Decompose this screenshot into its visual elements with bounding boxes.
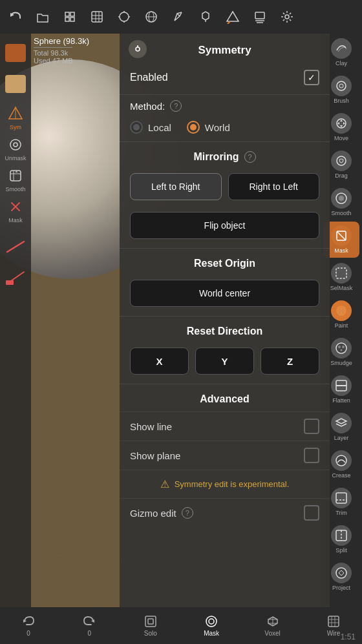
z-button[interactable]: Z — [261, 348, 319, 375]
method-label: Method: — [130, 101, 165, 112]
smudge-label: Smudge — [330, 360, 352, 366]
gizmo-help-icon[interactable]: ? — [182, 507, 193, 519]
svg-point-61 — [341, 349, 343, 351]
mirroring-section-header: Mirroring ? — [120, 141, 330, 171]
paint-label: Paint — [335, 322, 348, 329]
local-option[interactable]: Local — [130, 121, 171, 134]
settings-icon[interactable] — [277, 6, 297, 27]
svg-rect-56 — [336, 268, 346, 278]
voxel-label: Voxel — [264, 630, 280, 637]
gizmo-edit-label: Gizmo edit — [130, 508, 176, 519]
solo-label: Solo — [144, 630, 157, 637]
bottom-mask[interactable]: Mask — [196, 614, 227, 637]
enabled-row: Enabled — [120, 65, 330, 94]
bottom-undo[interactable]: 0 — [13, 614, 44, 637]
sym-tool[interactable]: Sym — [3, 103, 28, 132]
color-swatch-1[interactable] — [3, 39, 28, 67]
folder-icon[interactable] — [32, 6, 53, 27]
show-plane-checkbox[interactable] — [304, 448, 319, 463]
method-help-icon[interactable]: ? — [170, 100, 182, 112]
world-radio[interactable] — [187, 121, 200, 134]
sym-icon — [6, 105, 25, 123]
world-label: World — [205, 122, 230, 133]
svg-point-57 — [336, 306, 346, 316]
world-center-button[interactable]: World center — [130, 280, 319, 307]
move-label: Move — [334, 135, 348, 141]
slash2-icon — [6, 271, 25, 285]
gizmo-edit-checkbox[interactable] — [304, 505, 319, 521]
mask-sidebar-icon — [331, 225, 352, 246]
x-button[interactable]: X — [130, 348, 189, 375]
unmask-tool[interactable]: Unmask — [3, 134, 28, 163]
sphere-icon[interactable] — [141, 6, 162, 27]
effects-icon[interactable] — [114, 6, 134, 27]
brush-icon — [331, 76, 352, 96]
layer-icon — [331, 413, 352, 433]
color-swatch-2[interactable] — [3, 70, 28, 98]
undo-icon[interactable] — [5, 6, 26, 27]
mirroring-help-icon[interactable]: ? — [244, 151, 256, 163]
enabled-label: Enabled — [130, 72, 168, 83]
object-used: Used 47 MB — [34, 57, 89, 65]
gizmo-label-group: Gizmo edit ? — [130, 507, 193, 519]
object-total: Total 98.3k — [34, 49, 89, 57]
layer-label: Layer — [334, 435, 349, 441]
warning-row: ⚠ Symmetry edit is experimental. — [120, 470, 330, 498]
bottom-solo[interactable]: Solo — [135, 614, 166, 637]
world-option[interactable]: World — [187, 121, 230, 134]
layers-icon[interactable] — [59, 6, 80, 27]
bottom-voxel[interactable]: Voxel — [257, 614, 288, 637]
reset-direction-header: Reset Direction — [120, 316, 330, 345]
panel-header: Symmetry — [120, 34, 330, 65]
enabled-checkbox[interactable] — [304, 70, 319, 85]
trim-icon — [331, 488, 352, 508]
svg-line-31 — [32, 543, 65, 607]
xyz-buttons-row: X Y Z — [120, 345, 330, 384]
bottom-redo[interactable]: 0 — [74, 614, 105, 637]
pin-button[interactable] — [129, 40, 147, 58]
y-button[interactable]: Y — [195, 348, 254, 375]
unmask-label: Unmask — [5, 155, 26, 161]
brush-slash-2[interactable] — [3, 264, 28, 292]
flatten-label: Flatten — [332, 397, 350, 404]
show-line-checkbox[interactable] — [304, 419, 319, 434]
svg-rect-74 — [145, 616, 156, 627]
trim-label: Trim — [335, 510, 347, 516]
primary-color-swatch — [5, 44, 26, 62]
selmask-label: SelMask — [330, 285, 353, 291]
brush-slash-1[interactable] — [3, 233, 28, 261]
unmask-icon — [6, 136, 25, 154]
left-to-right-button[interactable]: Left to Right — [130, 173, 222, 200]
layers2-icon[interactable] — [250, 6, 270, 27]
mirroring-title: Mirroring — [193, 151, 239, 163]
wire-icon — [326, 614, 341, 628]
stamp-icon[interactable] — [195, 6, 216, 27]
mask-tool[interactable]: Mask — [3, 196, 28, 225]
mask-label-left: Mask — [8, 217, 23, 223]
mask-bottom-icon — [204, 614, 218, 628]
svg-point-77 — [209, 619, 214, 624]
advanced-title: Advanced — [200, 393, 249, 404]
split-label: Split — [335, 547, 347, 554]
triangle-icon[interactable] — [222, 6, 243, 27]
move-icon — [331, 113, 352, 134]
project-icon — [331, 563, 352, 583]
flip-object-button[interactable]: Flip object — [130, 212, 319, 239]
advanced-section-header: Advanced — [120, 384, 330, 411]
local-radio[interactable] — [130, 121, 143, 134]
right-to-left-button[interactable]: Right to Left — [228, 173, 320, 200]
svg-rect-75 — [148, 619, 153, 624]
pen-icon[interactable] — [168, 6, 189, 27]
secondary-color-swatch — [5, 75, 26, 93]
smooth-tool[interactable]: Smooth — [3, 165, 28, 194]
svg-point-64 — [336, 455, 346, 466]
svg-point-49 — [339, 84, 343, 88]
svg-rect-2 — [70, 12, 74, 16]
svg-point-37 — [10, 140, 21, 150]
grid-icon[interactable] — [87, 6, 107, 27]
bottom-redo-icon — [82, 614, 96, 628]
svg-rect-1 — [65, 12, 69, 16]
svg-point-76 — [206, 616, 217, 627]
mask-bottom-label: Mask — [204, 630, 219, 637]
split-icon — [331, 525, 352, 546]
